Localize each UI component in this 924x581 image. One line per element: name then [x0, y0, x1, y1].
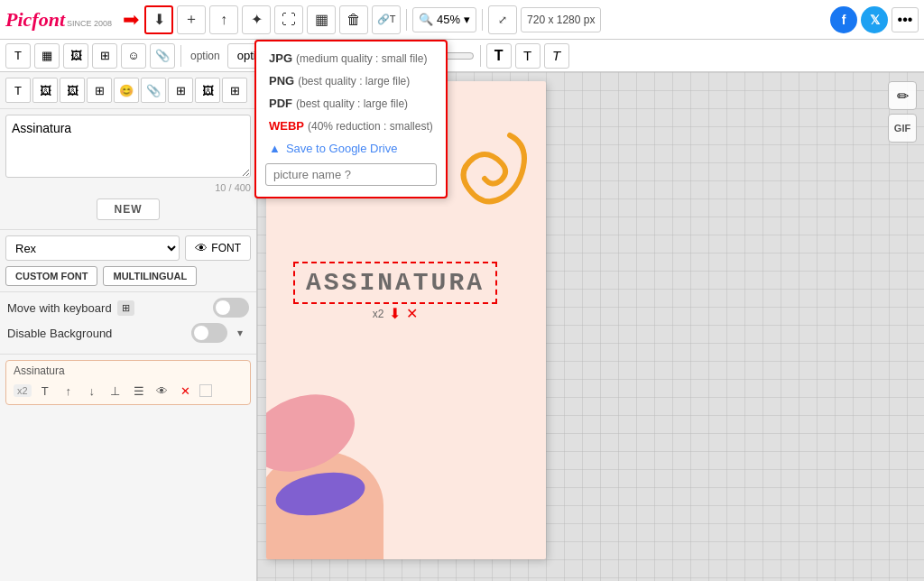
- move-keyboard-label: Move with keyboard ⊞: [7, 300, 134, 316]
- tool-image1[interactable]: 🖼: [32, 78, 58, 103]
- disable-bg-toggle[interactable]: [191, 323, 227, 343]
- italic-button[interactable]: T: [544, 43, 569, 69]
- png-label: PNG: [269, 74, 294, 88]
- download-png-option[interactable]: PNG (best quality : large file): [256, 69, 446, 92]
- wand-button[interactable]: ✦: [242, 5, 271, 34]
- font-preview-button[interactable]: 👁 FONT: [185, 235, 251, 261]
- right-tools: ✏ GIF: [888, 81, 917, 143]
- font-row: Rex 👁 FONT: [5, 235, 251, 261]
- download-webp-option[interactable]: WEBP (40% reduction : smallest): [256, 115, 446, 137]
- font-select[interactable]: Rex: [5, 235, 180, 261]
- jpg-label: JPG: [269, 51, 292, 65]
- layer-title: Assinatura: [14, 364, 243, 377]
- download-pdf-option[interactable]: PDF (best quality : large file): [256, 92, 446, 115]
- twitter-button[interactable]: 𝕏: [861, 6, 888, 33]
- tool-icon-row: T 🖼 🖼 ⊞ 😊 📎 ⊞ 🖼 ⊞: [0, 72, 256, 109]
- expand-button[interactable]: ⛶: [274, 5, 303, 34]
- more-button[interactable]: •••: [892, 7, 919, 32]
- tool-grid2[interactable]: ⊞: [168, 78, 193, 103]
- canvas-close-btn[interactable]: ✕: [406, 305, 418, 322]
- sub-tool-5[interactable]: ☺: [121, 43, 146, 69]
- twitter-icon: 𝕏: [870, 13, 880, 27]
- main-toolbar: Picfont SINCE 2008 ➡ ⬇ ＋ ↑ ✦ ⛶ ▦ 🗑 🔗T 🔍 …: [0, 0, 924, 40]
- disable-bg-row: Disable Background ▾: [7, 323, 249, 343]
- sub-separator-2: [480, 45, 481, 67]
- layer-up-btn[interactable]: ↑: [59, 381, 79, 401]
- tool-text[interactable]: T: [5, 78, 31, 103]
- sub-tool-2[interactable]: ▦: [34, 43, 60, 69]
- zoom-control[interactable]: 🔍 45% ▾: [412, 7, 476, 32]
- facebook-button[interactable]: f: [830, 6, 857, 33]
- sub-tool-4[interactable]: ⊞: [92, 43, 117, 69]
- download-button[interactable]: ⬇: [144, 5, 173, 34]
- tool-grid3[interactable]: ⊞: [222, 78, 247, 103]
- main-content: T 🖼 🖼 ⊞ 😊 📎 ⊞ 🖼 ⊞ Assinatura 10 / 400 NE…: [0, 72, 924, 581]
- layer-align-btn[interactable]: ⊥: [106, 381, 125, 401]
- download-jpg-option[interactable]: JPG (medium quality : small file): [256, 47, 446, 69]
- logo: Picfont SINCE 2008: [5, 8, 112, 32]
- separator-2: [482, 9, 483, 31]
- canvas-text-element[interactable]: ASSINATURA x2 ⬇ ✕: [293, 262, 497, 304]
- expand-icon-button[interactable]: ⤢: [488, 5, 517, 34]
- normal-button[interactable]: T: [515, 43, 541, 69]
- layer-list-btn[interactable]: ☰: [129, 381, 149, 401]
- sub-tool-1[interactable]: T: [5, 43, 31, 69]
- save-to-drive-option[interactable]: ▲ Save to Google Drive: [256, 137, 446, 160]
- eyedropper-icon: ✏: [897, 88, 909, 105]
- bold-button[interactable]: T: [486, 43, 512, 69]
- jpg-desc: (medium quality : small file): [296, 52, 427, 65]
- disable-bg-expand[interactable]: ▾: [231, 324, 249, 342]
- left-panel: T 🖼 🖼 ⊞ 😊 📎 ⊞ 🖼 ⊞ Assinatura 10 / 400 NE…: [0, 72, 257, 581]
- png-desc: (best quality : large file): [298, 75, 410, 88]
- text-input[interactable]: Assinatura: [5, 115, 251, 178]
- tool-image3[interactable]: 🖼: [195, 78, 220, 103]
- layer-actions: x2 T ↑ ↓ ⊥ ☰ 👁 ✕: [14, 381, 243, 401]
- text-area-section: Assinatura 10 / 400 NEW: [0, 109, 256, 230]
- multilingual-button[interactable]: MULTILINGUAL: [103, 266, 197, 286]
- tool-emoji[interactable]: 😊: [114, 78, 139, 103]
- toggle-section: Move with keyboard ⊞ Disable Background: [0, 292, 256, 355]
- layer-item: Assinatura x2 T ↑ ↓ ⊥ ☰ 👁 ✕: [5, 360, 251, 405]
- move-keyboard-row: Move with keyboard ⊞: [7, 298, 249, 318]
- sub-tool-6[interactable]: 📎: [150, 43, 175, 69]
- font-section: Rex 👁 FONT CUSTOM FONT MULTILINGUAL: [0, 230, 256, 292]
- sub-toolbar: T ▦ 🖼 ⊞ ☺ 📎 option option T T T: [0, 40, 924, 72]
- tool-attach[interactable]: 📎: [141, 78, 166, 103]
- drive-label: Save to Google Drive: [286, 142, 398, 155]
- keyboard-icon: ⊞: [117, 300, 134, 316]
- image-button[interactable]: ▦: [307, 5, 336, 34]
- webp-desc: (40% reduction : smallest): [308, 120, 433, 133]
- trash-button[interactable]: 🗑: [339, 5, 368, 34]
- move-keyboard-toggle[interactable]: [213, 298, 249, 318]
- filename-input[interactable]: [265, 163, 437, 186]
- new-text-button[interactable]: NEW: [97, 198, 160, 220]
- link-text-button[interactable]: 🔗T: [372, 5, 401, 34]
- canvas-size: 720 x 1280 px: [521, 7, 601, 32]
- more-icon: •••: [898, 12, 913, 28]
- separator-1: [406, 9, 407, 31]
- layer-delete-btn[interactable]: ✕: [176, 381, 196, 401]
- gif-button[interactable]: GIF: [888, 114, 917, 143]
- export-button[interactable]: ↑: [209, 5, 238, 34]
- tool-image2[interactable]: 🖼: [60, 78, 85, 103]
- eyedropper-button[interactable]: ✏: [888, 81, 917, 110]
- sub-tool-3[interactable]: 🖼: [63, 43, 88, 69]
- add-button[interactable]: ＋: [177, 5, 206, 34]
- layer-checkbox[interactable]: [199, 384, 212, 397]
- canvas-download-btn[interactable]: ⬇: [389, 305, 401, 322]
- canvas-size-label: 720 x 1280 px: [527, 14, 595, 26]
- layer-text-btn[interactable]: T: [35, 381, 55, 401]
- canvas-text-stamp: ASSINATURA: [306, 269, 485, 297]
- layer-down-btn[interactable]: ↓: [82, 381, 102, 401]
- custom-font-button[interactable]: CUSTOM FONT: [5, 266, 97, 286]
- filename-container: [265, 163, 437, 186]
- tool-grid[interactable]: ⊞: [87, 78, 112, 103]
- gif-icon: GIF: [894, 123, 910, 134]
- logo-text: Picfont: [5, 8, 65, 32]
- webp-label: WEBP: [269, 119, 304, 133]
- zoom-chevron: ▾: [464, 13, 470, 26]
- layer-eye-btn[interactable]: 👁: [152, 381, 172, 401]
- arrow-indicator: ➡: [123, 8, 139, 32]
- zoom-value: 45%: [437, 13, 460, 26]
- layer-count: x2: [14, 384, 32, 397]
